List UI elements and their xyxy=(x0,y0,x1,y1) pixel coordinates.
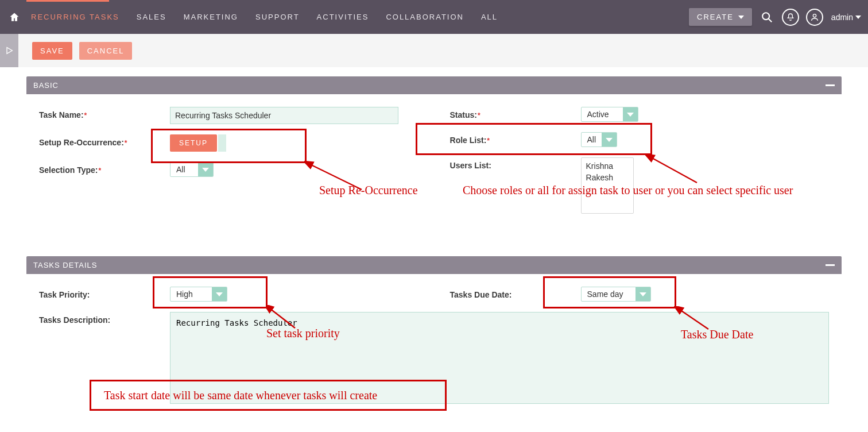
notifications-icon[interactable] xyxy=(782,9,799,26)
label-description: Tasks Description: xyxy=(39,312,170,325)
status-select[interactable]: Active xyxy=(581,107,638,122)
section-basic-body: Task Name:* Setup Re-Occurrence:* SETUP … xyxy=(26,94,842,247)
section-details-title: TASKS DETAILS xyxy=(33,261,98,269)
action-bar: SAVE CANCEL xyxy=(0,34,868,67)
section-details-body: Task Priority: High Tasks Due Date: Same… xyxy=(26,274,842,432)
nav-all[interactable]: ALL xyxy=(481,13,498,21)
search-icon[interactable] xyxy=(759,9,775,25)
user-icon[interactable] xyxy=(806,9,823,26)
nav-sales[interactable]: SALES xyxy=(137,13,166,21)
svg-marker-3 xyxy=(7,48,12,54)
nav-recurring-tasks[interactable]: RECURRING TASKS xyxy=(31,13,119,21)
task-priority-select[interactable]: High xyxy=(170,287,227,302)
label-selection-type: Selection Type:* xyxy=(39,162,170,175)
chevron-down-icon xyxy=(623,107,638,121)
save-button[interactable]: SAVE xyxy=(32,42,72,60)
section-basic-header: BASIC xyxy=(26,76,842,94)
chevron-down-icon xyxy=(602,133,617,146)
svg-point-2 xyxy=(813,14,816,17)
chevron-down-icon xyxy=(738,16,744,19)
setup-button[interactable]: SETUP xyxy=(170,134,217,152)
due-date-value: Same day xyxy=(582,287,636,301)
selection-type-select[interactable]: All xyxy=(170,162,214,177)
chevron-down-icon xyxy=(198,163,213,176)
label-status: Status:* xyxy=(450,107,581,119)
status-value: Active xyxy=(582,107,623,121)
nav-activities[interactable]: ACTIVITIES xyxy=(317,13,369,21)
nav-marketing[interactable]: MARKETING xyxy=(184,13,238,21)
users-list-item[interactable]: Krishna xyxy=(586,160,629,172)
svg-line-1 xyxy=(769,18,772,22)
role-list-select[interactable]: All xyxy=(581,132,618,147)
users-list-item[interactable]: Rakesh xyxy=(586,172,629,183)
users-listbox[interactable]: Krishna Rakesh xyxy=(581,157,634,214)
create-button[interactable]: CREATE xyxy=(689,8,752,26)
label-users-list: Users List: xyxy=(450,157,581,170)
nav-tabs: RECURRING TASKS SALES MARKETING SUPPORT … xyxy=(31,13,498,21)
description-textarea[interactable] xyxy=(170,312,829,404)
label-setup-reoccurrence: Setup Re-Occurrence:* xyxy=(39,134,170,147)
run-icon[interactable] xyxy=(0,34,18,67)
user-menu[interactable]: admin xyxy=(831,13,861,22)
home-icon[interactable] xyxy=(8,11,21,24)
task-name-input[interactable] xyxy=(170,107,398,124)
collapse-icon[interactable] xyxy=(826,84,835,86)
create-label: CREATE xyxy=(697,13,734,21)
label-task-name: Task Name:* xyxy=(39,107,170,119)
top-navbar: RECURRING TASKS SALES MARKETING SUPPORT … xyxy=(0,0,868,34)
user-label: admin xyxy=(831,13,853,22)
nav-collaboration[interactable]: COLLABORATION xyxy=(386,13,464,21)
chevron-down-icon xyxy=(636,287,650,301)
selection-type-value: All xyxy=(170,163,198,176)
due-date-select[interactable]: Same day xyxy=(581,287,651,302)
label-task-priority: Task Priority: xyxy=(39,287,170,299)
active-tab-underline xyxy=(26,0,109,2)
cancel-button[interactable]: CANCEL xyxy=(79,42,133,60)
svg-point-0 xyxy=(762,13,769,20)
chevron-down-icon xyxy=(855,16,861,19)
task-priority-value: High xyxy=(170,287,212,301)
collapse-icon[interactable] xyxy=(826,264,835,266)
label-role-list: Role List:* xyxy=(450,132,581,145)
role-list-value: All xyxy=(582,133,602,146)
chevron-down-icon xyxy=(212,287,227,301)
setup-indicator xyxy=(218,134,226,152)
label-due-date: Tasks Due Date: xyxy=(450,287,581,299)
section-basic-title: BASIC xyxy=(33,81,59,90)
nav-support[interactable]: SUPPORT xyxy=(255,13,300,21)
section-details-header: TASKS DETAILS xyxy=(26,256,842,274)
